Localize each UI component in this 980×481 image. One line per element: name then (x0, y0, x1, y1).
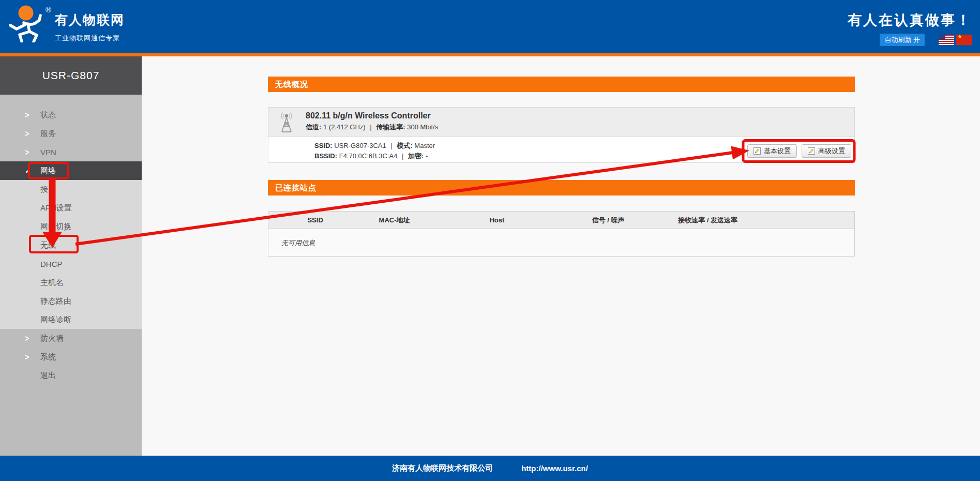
sidebar-item-label: 接口 (40, 185, 56, 194)
separator: | (370, 123, 371, 131)
sidebar-item-label: 网络切换 (40, 222, 71, 232)
empty-table-message: 无可用信息 (281, 238, 315, 248)
sidebar-item-services[interactable]: > 服务 (0, 124, 142, 143)
sidebar-item-label: 防火墙 (40, 334, 64, 343)
stations-table-body: 无可用信息 (268, 229, 854, 257)
channel-value: 1 (2.412 GHz) (323, 123, 366, 131)
sidebar-item-network-switch[interactable]: 网络切换 (0, 217, 142, 236)
column-header-signal-noise: 信号 / 噪声 (567, 216, 650, 225)
button-label: 高级设置 (818, 146, 845, 156)
column-header-ssid: SSID (268, 216, 362, 224)
mode-label: 模式: (397, 142, 412, 149)
controller-info-line: 信道: 1 (2.412 GHz) | 传输速率: 300 Mbit/s (306, 123, 438, 132)
wireless-overview-header: 无线概况 (268, 77, 855, 92)
connected-stations-header: 已连接站点 (268, 180, 855, 196)
sidebar-item-label: APN设置 (40, 203, 72, 213)
wireless-panel: 802.11 b/g/n Wireless Controller 信道: 1 (… (268, 107, 855, 163)
sidebar-item-wireless[interactable]: 无线 (0, 236, 142, 254)
wireless-panel-details: SSID: USR-G807-3CA1 | 模式: Master BSSID: … (268, 137, 854, 163)
sidebar-item-label: 无线 (40, 240, 56, 250)
column-header-host: Host (427, 216, 567, 224)
stations-table: SSID MAC-地址 Host 信号 / 噪声 接收速率 / 发送速率 无可用… (268, 211, 855, 257)
header-tools: 自动刷新 开 ★ (848, 34, 972, 46)
ssid-line: SSID: USR-G807-3CA1 | 模式: Master (314, 141, 435, 151)
accent-strip (0, 53, 980, 56)
sidebar-sub-group: 接口 APN设置 网络切换 无线 DHCP 主机名 静态路由 网络诊断 (0, 180, 142, 329)
column-header-rx-tx-rate: 接收速率 / 发送速率 (649, 216, 766, 225)
device-title: USR-G807 (0, 56, 142, 95)
sidebar-item-vpn[interactable]: > VPN (0, 143, 142, 161)
bssid-label: BSSID: (314, 152, 337, 160)
encryption-label: 加密: (408, 152, 424, 160)
chevron-right-icon: > (25, 129, 29, 138)
sidebar-item-label: 网络 (40, 166, 56, 176)
sidebar: USR-G807 > 状态 > 服务 > VPN ✓ 网络 接口 (0, 56, 142, 456)
footer: 济南有人物联网技术有限公司 http://www.usr.cn/ (0, 456, 980, 481)
sidebar-bottom-group: > 防火墙 > 系统 退出 (0, 329, 142, 456)
channel-label: 信道: (306, 123, 321, 131)
star-icon: ★ (957, 35, 962, 40)
chevron-right-icon: > (25, 147, 29, 157)
brand-name: 有人物联网 (55, 11, 125, 28)
rate-label: 传输速率: (376, 123, 405, 131)
edit-icon (753, 147, 761, 155)
sidebar-item-label: 静态路由 (40, 296, 71, 306)
wireless-panel-summary: 802.11 b/g/n Wireless Controller 信道: 1 (… (268, 108, 854, 137)
button-label: 基本设置 (764, 146, 791, 156)
chevron-right-icon: > (25, 352, 29, 362)
us-flag-icon[interactable] (939, 35, 954, 45)
header-right: 有人在认真做事！ 自动刷新 开 ★ (848, 0, 972, 53)
advanced-settings-button[interactable]: 高级设置 (802, 144, 851, 158)
column-header-mac: MAC-地址 (362, 216, 427, 225)
registered-mark: ® (46, 5, 51, 14)
sidebar-top-group: > 状态 > 服务 > VPN (0, 95, 142, 161)
chevron-expanded-icon: ✓ (25, 166, 31, 175)
chevron-right-icon: > (25, 334, 29, 343)
wireless-buttons: 基本设置 高级设置 (747, 144, 851, 158)
chevron-right-icon: > (25, 110, 29, 119)
sidebar-item-interfaces[interactable]: 接口 (0, 180, 142, 199)
sidebar-item-apn-settings[interactable]: APN设置 (0, 199, 142, 217)
sidebar-item-status[interactable]: > 状态 (0, 106, 142, 124)
mode-value: Master (414, 142, 435, 149)
sidebar-item-label: 服务 (40, 129, 56, 139)
ssid-lines: SSID: USR-G807-3CA1 | 模式: Master BSSID: … (314, 141, 435, 161)
auto-refresh-button[interactable]: 自动刷新 开 (880, 34, 925, 46)
encryption-value: - (426, 152, 428, 160)
sidebar-item-network-diagnostics[interactable]: 网络诊断 (0, 310, 142, 329)
cn-flag-icon[interactable]: ★ (956, 35, 972, 45)
slogan: 有人在认真做事！ (848, 11, 972, 29)
page: ® 有人物联网 工业物联网通信专家 有人在认真做事！ 自动刷新 开 ★ USR-… (0, 0, 980, 481)
stations-table-header: SSID MAC-地址 Host 信号 / 噪声 接收速率 / 发送速率 (268, 212, 854, 229)
sidebar-item-system[interactable]: > 系统 (0, 348, 142, 366)
usr-running-man-icon (6, 2, 43, 42)
separator: | (390, 142, 392, 149)
wireless-panel-titles: 802.11 b/g/n Wireless Controller 信道: 1 (… (306, 111, 438, 132)
top-header: ® 有人物联网 工业物联网通信专家 有人在认真做事！ 自动刷新 开 ★ (0, 0, 980, 53)
footer-company: 济南有人物联网技术有限公司 (392, 463, 493, 473)
sidebar-item-network[interactable]: ✓ 网络 (0, 161, 142, 180)
sidebar-item-label: DHCP (40, 260, 63, 268)
ssid-label: SSID: (314, 142, 333, 149)
sidebar-item-label: 状态 (40, 110, 56, 120)
sidebar-item-firewall[interactable]: > 防火墙 (0, 329, 142, 348)
rate-value: 300 Mbit/s (407, 123, 438, 131)
ssid-value: USR-G807-3CA1 (334, 142, 386, 149)
edit-icon (808, 147, 815, 155)
basic-settings-button[interactable]: 基本设置 (747, 144, 797, 158)
sidebar-item-logout[interactable]: 退出 (0, 366, 142, 385)
section-title: 已连接站点 (275, 183, 316, 193)
sidebar-item-dhcp[interactable]: DHCP (0, 254, 142, 273)
sidebar-item-label: VPN (40, 148, 56, 157)
separator: | (402, 152, 403, 160)
sidebar-item-label: 退出 (40, 371, 56, 381)
bssid-value: F4:70:0C:6B:3C:A4 (339, 152, 398, 160)
sidebar-item-hostname[interactable]: 主机名 (0, 273, 142, 292)
bssid-line: BSSID: F4:70:0C:6B:3C:A4 | 加密: - (314, 151, 435, 161)
sidebar-item-static-routes[interactable]: 静态路由 (0, 292, 142, 310)
controller-title: 802.11 b/g/n Wireless Controller (306, 111, 438, 121)
sidebar-item-label: 系统 (40, 352, 56, 362)
brand-subtitle: 工业物联网通信专家 (55, 34, 125, 43)
brand-text: 有人物联网 工业物联网通信专家 (55, 11, 125, 43)
footer-url-link[interactable]: http://www.usr.cn/ (521, 464, 588, 473)
